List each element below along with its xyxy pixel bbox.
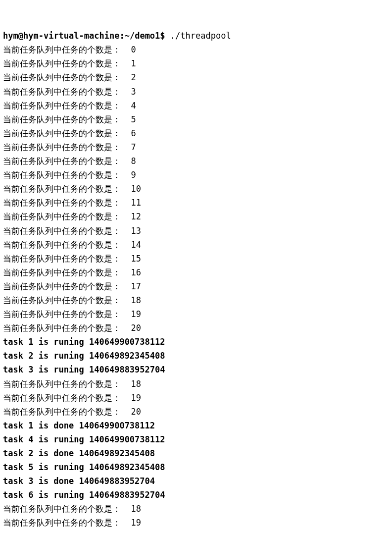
queue-label: 当前任务队列中任务的个数是： [3, 226, 131, 236]
queue-count: 11 [131, 196, 141, 210]
prompt-dollar: $ [160, 31, 165, 41]
queue-label: 当前任务队列中任务的个数是： [3, 407, 131, 417]
queue-label: 当前任务队列中任务的个数是： [3, 170, 131, 180]
queue-line: 当前任务队列中任务的个数是： 0 [3, 43, 389, 56]
status-text: task 3 is done 140649883952704 [3, 476, 155, 486]
queue-label: 当前任务队列中任务的个数是： [3, 142, 131, 152]
queue-label: 当前任务队列中任务的个数是： [3, 323, 131, 333]
queue-label: 当前任务队列中任务的个数是： [3, 45, 131, 54]
status-line: task 1 is runing 140649900738112 [3, 335, 389, 349]
queue-line: 当前任务队列中任务的个数是： 5 [3, 112, 389, 126]
status-line: task 3 is runing 140649883952704 [3, 363, 389, 376]
queue-line: 当前任务队列中任务的个数是： 17 [3, 279, 389, 293]
queue-label: 当前任务队列中任务的个数是： [3, 295, 131, 305]
status-text: task 5 is runing 140649892345408 [3, 462, 165, 472]
queue-line: 当前任务队列中任务的个数是： 12 [3, 210, 389, 223]
prompt-at: @ [18, 31, 23, 41]
queue-count: 19 [131, 516, 141, 530]
status-line: task 2 is done 140649892345408 [3, 446, 389, 460]
queue-label: 当前任务队列中任务的个数是： [3, 72, 131, 82]
queue-line: 当前任务队列中任务的个数是： 15 [3, 252, 389, 266]
queue-line: 当前任务队列中任务的个数是： 18 [3, 502, 389, 516]
status-text: task 1 is runing 140649900738112 [3, 337, 165, 347]
status-text: task 1 is done 140649900738112 [3, 421, 155, 430]
queue-label: 当前任务队列中任务的个数是： [3, 309, 131, 319]
queue-count: 4 [131, 99, 136, 112]
prompt-colon: : [119, 31, 124, 41]
queue-label: 当前任务队列中任务的个数是： [3, 393, 131, 403]
queue-count: 15 [131, 252, 141, 266]
prompt-path: ~/demo1 [125, 31, 160, 41]
status-line: task 1 is done 140649900738112 [3, 419, 389, 432]
queue-count: 18 [131, 502, 141, 516]
queue-line: 当前任务队列中任务的个数是： 20 [3, 530, 389, 533]
status-line: task 5 is runing 140649892345408 [3, 460, 389, 474]
queue-line: 当前任务队列中任务的个数是： 11 [3, 196, 389, 210]
queue-line: 当前任务队列中任务的个数是： 6 [3, 126, 389, 140]
queue-line: 当前任务队列中任务的个数是： 3 [3, 85, 389, 99]
status-text: task 3 is runing 140649883952704 [3, 365, 165, 374]
queue-line: 当前任务队列中任务的个数是： 10 [3, 182, 389, 196]
queue-count: 6 [131, 126, 136, 140]
queue-label: 当前任务队列中任务的个数是： [3, 101, 131, 110]
queue-count: 20 [131, 405, 141, 419]
queue-label: 当前任务队列中任务的个数是： [3, 379, 131, 389]
status-text: task 2 is done 140649892345408 [3, 448, 155, 458]
command-text: ./threadpool [165, 31, 231, 41]
queue-count: 19 [131, 391, 141, 405]
queue-count: 0 [131, 43, 136, 56]
queue-count: 9 [131, 168, 136, 182]
queue-line: 当前任务队列中任务的个数是： 20 [3, 321, 389, 335]
status-text: task 2 is runing 140649892345408 [3, 351, 165, 361]
queue-count: 18 [131, 293, 141, 307]
queue-label: 当前任务队列中任务的个数是： [3, 87, 131, 97]
queue-count: 10 [131, 182, 141, 196]
terminal-output: hym@hym-virtual-machine:~/demo1$ ./threa… [0, 0, 392, 533]
queue-count: 1 [131, 56, 136, 70]
queue-label: 当前任务队列中任务的个数是： [3, 212, 131, 221]
queue-line: 当前任务队列中任务的个数是： 14 [3, 238, 389, 252]
queue-label: 当前任务队列中任务的个数是： [3, 281, 131, 291]
prompt-host: hym-virtual-machine [23, 31, 119, 41]
queue-count: 14 [131, 238, 141, 252]
queue-line: 当前任务队列中任务的个数是： 13 [3, 224, 389, 238]
status-text: task 6 is runing 140649883952704 [3, 490, 165, 500]
queue-line: 当前任务队列中任务的个数是： 20 [3, 405, 389, 419]
queue-label: 当前任务队列中任务的个数是： [3, 504, 131, 514]
queue-label: 当前任务队列中任务的个数是： [3, 114, 131, 124]
queue-label: 当前任务队列中任务的个数是： [3, 58, 131, 68]
queue-count: 18 [131, 377, 141, 391]
queue-line: 当前任务队列中任务的个数是： 19 [3, 391, 389, 405]
status-line: task 4 is runing 140649900738112 [3, 432, 389, 446]
queue-line: 当前任务队列中任务的个数是： 19 [3, 307, 389, 321]
queue-count: 5 [131, 112, 136, 126]
queue-label: 当前任务队列中任务的个数是： [3, 267, 131, 277]
queue-count: 2 [131, 70, 136, 84]
queue-count: 19 [131, 307, 141, 321]
queue-count: 13 [131, 224, 141, 238]
queue-label: 当前任务队列中任务的个数是： [3, 184, 131, 194]
queue-line: 当前任务队列中任务的个数是： 18 [3, 293, 389, 307]
prompt-line[interactable]: hym@hym-virtual-machine:~/demo1$ ./threa… [3, 29, 389, 43]
queue-count: 17 [131, 279, 141, 293]
queue-line: 当前任务队列中任务的个数是： 2 [3, 70, 389, 84]
status-text: task 4 is runing 140649900738112 [3, 434, 165, 444]
status-line: task 3 is done 140649883952704 [3, 474, 389, 488]
queue-line: 当前任务队列中任务的个数是： 9 [3, 168, 389, 182]
prompt-user: hym [3, 31, 18, 41]
queue-line: 当前任务队列中任务的个数是： 19 [3, 516, 389, 530]
queue-line: 当前任务队列中任务的个数是： 1 [3, 56, 389, 70]
queue-count: 8 [131, 154, 136, 168]
queue-label: 当前任务队列中任务的个数是： [3, 128, 131, 138]
status-line: task 2 is runing 140649892345408 [3, 349, 389, 363]
queue-label: 当前任务队列中任务的个数是： [3, 240, 131, 250]
queue-label: 当前任务队列中任务的个数是： [3, 518, 131, 528]
queue-label: 当前任务队列中任务的个数是： [3, 198, 131, 208]
queue-count: 3 [131, 85, 136, 99]
queue-count: 20 [131, 321, 141, 335]
queue-count: 7 [131, 140, 136, 154]
queue-line: 当前任务队列中任务的个数是： 4 [3, 99, 389, 112]
queue-line: 当前任务队列中任务的个数是： 16 [3, 266, 389, 279]
queue-line: 当前任务队列中任务的个数是： 18 [3, 377, 389, 391]
queue-line: 当前任务队列中任务的个数是： 7 [3, 140, 389, 154]
